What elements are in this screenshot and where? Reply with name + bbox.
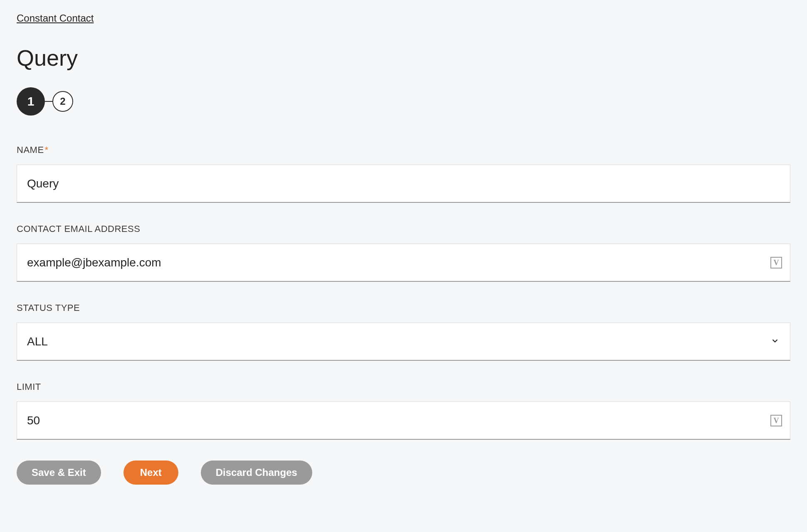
page-title: Query — [17, 45, 790, 71]
variable-icon[interactable]: V — [770, 257, 782, 268]
status-select[interactable]: ALL — [17, 323, 790, 361]
breadcrumb-link[interactable]: Constant Contact — [17, 12, 94, 24]
required-star-icon: * — [45, 145, 49, 155]
limit-input[interactable] — [17, 401, 790, 440]
button-row: Save & Exit Next Discard Changes — [17, 461, 790, 485]
name-input[interactable] — [17, 165, 790, 203]
limit-label: LIMIT — [17, 382, 790, 392]
name-label-text: NAME — [17, 145, 44, 155]
step-connector — [45, 101, 52, 102]
step-2[interactable]: 2 — [52, 91, 73, 112]
save-exit-button[interactable]: Save & Exit — [17, 461, 101, 485]
email-label: CONTACT EMAIL ADDRESS — [17, 224, 790, 234]
variable-icon[interactable]: V — [770, 415, 782, 426]
name-label: NAME* — [17, 145, 790, 155]
discard-button[interactable]: Discard Changes — [201, 461, 312, 485]
status-label: STATUS TYPE — [17, 303, 790, 313]
stepper: 1 2 — [17, 87, 790, 116]
step-1[interactable]: 1 — [17, 87, 45, 116]
email-input[interactable] — [17, 244, 790, 282]
next-button[interactable]: Next — [123, 461, 178, 485]
